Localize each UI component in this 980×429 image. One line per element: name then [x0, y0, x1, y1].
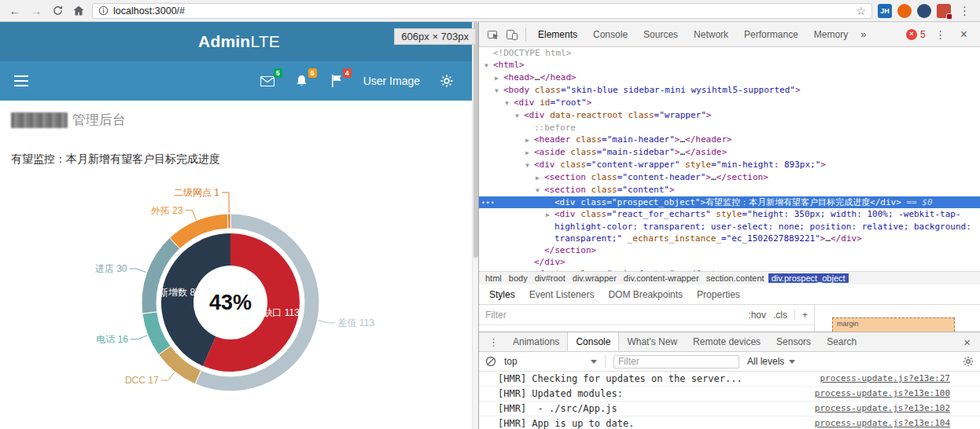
devtools-close-button[interactable]: ×: [956, 28, 972, 42]
sidebar-toggle-button[interactable]: [6, 61, 36, 101]
code-token: class: [576, 134, 602, 145]
error-count[interactable]: 5: [920, 29, 926, 40]
collapse-arrow-icon[interactable]: ▼: [525, 160, 534, 171]
tree-node[interactable]: ▼<body class="skin-blue sidebar-mini wys…: [479, 84, 980, 97]
url-text[interactable]: localhost:3000/#: [113, 6, 851, 16]
expand-arrow-icon[interactable]: ▶: [525, 134, 534, 146]
tree-node[interactable]: ▶<section class="content-header">…</sect…: [479, 171, 980, 184]
collapse-arrow-icon[interactable]: ▼: [536, 185, 544, 196]
tree-node[interactable]: </div>: [479, 256, 980, 268]
settings-menu[interactable]: [439, 73, 455, 89]
code-token: <div: [524, 110, 550, 120]
drawer-tab-search[interactable]: Search: [819, 332, 864, 351]
code-token: ="content-wrapper": [586, 160, 680, 170]
extension-icon-red[interactable]: [937, 4, 951, 18]
sidebar-tab-dom-breakpoints[interactable]: DOM Breakpoints: [601, 284, 690, 305]
tree-node[interactable]: ▶<aside class="main-sidebar">…</aside>: [479, 146, 980, 159]
drawer-tab-animations[interactable]: Animations: [505, 332, 567, 351]
back-button[interactable]: ←: [7, 3, 23, 19]
devtools-tab-elements[interactable]: Elements: [530, 22, 585, 47]
tree-node[interactable]: ::before: [479, 122, 980, 134]
more-tabs-button[interactable]: »: [856, 28, 871, 40]
box-model-margin[interactable]: margin: [832, 317, 955, 332]
tree-node[interactable]: </section>: [479, 244, 980, 256]
notifications-menu[interactable]: 5: [294, 73, 310, 89]
address-bar[interactable]: localhost:3000/# ☆: [92, 3, 872, 19]
drawer-tab-what-s-new[interactable]: What's New: [619, 332, 685, 351]
tree-node[interactable]: ▼<div id="root">: [479, 97, 980, 109]
sidebar-tab-event-listeners[interactable]: Event Listeners: [522, 284, 602, 305]
log-levels-select[interactable]: All levels: [747, 356, 795, 367]
console-settings-button[interactable]: [963, 356, 974, 367]
error-badge-icon[interactable]: ×: [906, 29, 917, 40]
expand-arrow-icon[interactable]: ▶: [536, 172, 544, 184]
page-info-icon[interactable]: [98, 6, 109, 16]
extension-icon-navy[interactable]: [917, 4, 931, 18]
console-source-link[interactable]: process-update.js?e13e:27: [820, 373, 950, 383]
code-token: class: [535, 85, 561, 95]
drawer-tab-remote-devices[interactable]: Remote devices: [685, 332, 768, 351]
drawer-close-button[interactable]: ×: [957, 336, 977, 349]
collapse-arrow-icon[interactable]: ▼: [484, 60, 493, 72]
clear-console-button[interactable]: [485, 356, 496, 367]
tree-node[interactable]: •••<div class="prospect_object">有望监控：本月新…: [479, 196, 980, 208]
frame-context-select[interactable]: top: [504, 356, 597, 367]
expand-arrow-icon[interactable]: ▶: [525, 147, 534, 159]
tree-node[interactable]: ▶<head>…</head>: [479, 72, 980, 84]
user-menu[interactable]: User Image: [363, 75, 420, 87]
expand-arrow-icon[interactable]: ▶: [495, 72, 503, 84]
toggle-pseudo-button[interactable]: :hov: [748, 310, 766, 321]
collapse-arrow-icon[interactable]: ▼: [505, 97, 514, 109]
breadcrumb-item[interactable]: div.content-wrapper: [621, 273, 702, 283]
collapse-arrow-icon[interactable]: ▼: [495, 85, 503, 97]
collapse-arrow-icon[interactable]: ▼: [515, 110, 524, 122]
page-scrollbar[interactable]: [472, 22, 478, 429]
bookmark-star-icon[interactable]: ☆: [856, 5, 866, 17]
breadcrumb-item[interactable]: section.content: [703, 273, 768, 283]
home-button[interactable]: [71, 3, 87, 19]
tree-node[interactable]: <!DOCTYPE html>: [479, 47, 980, 59]
chart-segment-二级网点[interactable]: [228, 214, 231, 229]
expand-arrow-icon[interactable]: ▶: [525, 269, 534, 271]
drawer-menu-button[interactable]: ⋮: [482, 336, 505, 348]
reload-button[interactable]: [50, 3, 65, 19]
tree-node[interactable]: ▼<section class="content">: [479, 184, 980, 196]
breadcrumb-item[interactable]: body: [506, 273, 531, 283]
toggle-class-button[interactable]: .cls: [773, 310, 787, 321]
drawer-tab-console[interactable]: Console: [567, 332, 619, 351]
breadcrumb-item[interactable]: div.wrapper: [569, 273, 620, 283]
devtools-tab-memory[interactable]: Memory: [806, 22, 856, 47]
console-source-link[interactable]: process-update.js?e13e:102: [815, 403, 950, 413]
sidebar-tab-properties[interactable]: Properties: [690, 284, 747, 305]
devtools-tab-sources[interactable]: Sources: [636, 22, 686, 47]
tree-node[interactable]: ▼<html>: [479, 59, 980, 72]
devtools-tab-console[interactable]: Console: [585, 22, 636, 47]
drawer-tab-sensors[interactable]: Sensors: [768, 332, 819, 351]
messages-menu[interactable]: 5: [260, 73, 275, 89]
extension-icon-jh[interactable]: JH: [878, 4, 892, 18]
extension-icon-orange[interactable]: [897, 4, 912, 18]
inspect-element-button[interactable]: [484, 25, 503, 44]
breadcrumb-item[interactable]: div.prospect_object: [768, 273, 849, 283]
browser-menu-button[interactable]: ⋮: [956, 4, 973, 18]
console-source-link[interactable]: process-update.js?e13e:104: [815, 418, 950, 428]
expand-arrow-icon[interactable]: ▶: [546, 209, 554, 221]
devtools-tab-network[interactable]: Network: [686, 22, 736, 47]
device-toolbar-button[interactable]: [503, 25, 521, 44]
tree-node[interactable]: ▼<div class="content-wrapper" style="min…: [479, 159, 980, 171]
forward-button[interactable]: →: [28, 3, 44, 19]
tree-node[interactable]: ▶<div class="react_for_echarts" style="h…: [479, 208, 980, 244]
styles-filter-input[interactable]: [485, 310, 643, 321]
devtools-tab-performance[interactable]: Performance: [736, 22, 806, 47]
tree-node[interactable]: ▼<div data-reactroot class="wrapper">: [479, 109, 980, 122]
tree-node[interactable]: ▶<footer class="main-footer">…</footer>: [479, 268, 980, 271]
console-filter-input[interactable]: [613, 355, 739, 368]
sidebar-tab-styles[interactable]: Styles: [482, 284, 522, 305]
breadcrumb-item[interactable]: html: [482, 273, 505, 283]
breadcrumb-item[interactable]: div#root: [532, 273, 569, 283]
devtools-menu-button[interactable]: ⋮: [932, 28, 949, 41]
tree-node[interactable]: ▶<header class="main-header">…</header>: [479, 134, 980, 146]
new-style-rule-button[interactable]: +: [802, 310, 808, 321]
console-source-link[interactable]: process-update.js?e13e:100: [815, 388, 950, 398]
tasks-menu[interactable]: 4: [329, 73, 344, 89]
